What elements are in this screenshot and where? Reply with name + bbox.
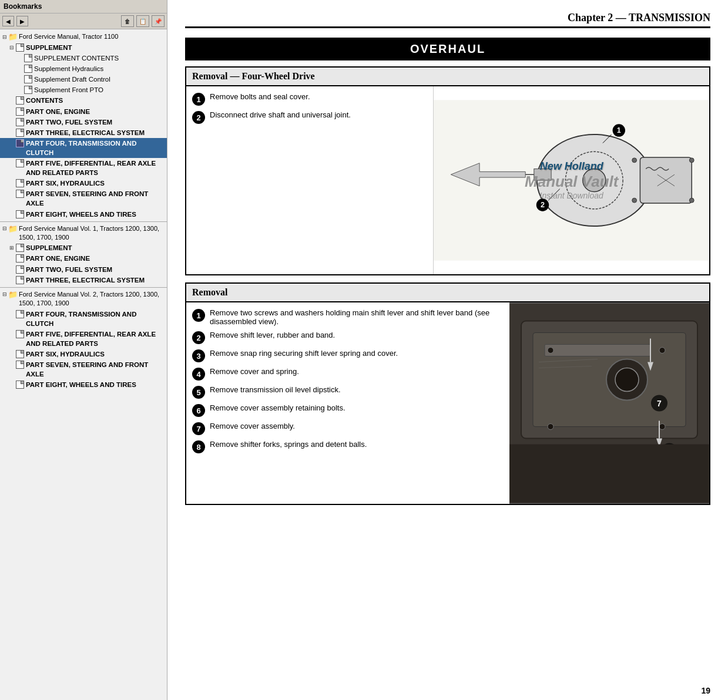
svg-point-25 [615, 368, 639, 392]
expand-icon-empty [8, 381, 15, 389]
sidebar-tree[interactable]: ⊟ 📁 Ford Service Manual, Tractor 1100 ⊟ … [0, 29, 167, 700]
part-five-item[interactable]: PART FIVE, DIFFERENTIAL, REAR AXLE AND R… [0, 158, 167, 178]
part-three-label: PART THREE, ELECTRICAL SYSTEM [26, 128, 145, 137]
expand-icon-empty [8, 361, 15, 369]
expand-icon-empty [8, 350, 15, 358]
part-four-label: PART FOUR, TRANSMISSION AND CLUTCH [26, 139, 166, 157]
part-seven-item[interactable]: PART SEVEN, STEERING AND FRONT AXLE [0, 189, 167, 208]
expand-icon: ⊟ [8, 43, 15, 52]
step2-num-8: 8 [192, 440, 205, 453]
step2-num-3: 3 [192, 349, 205, 362]
part-one-item[interactable]: PART ONE, ENGINE [0, 106, 167, 117]
t2-supplement-item[interactable]: ⊞ SUPPLEMENT [0, 243, 167, 253]
supplement-contents-item[interactable]: SUPPLEMENT CONTENTS [0, 53, 167, 63]
page-icon [24, 75, 33, 84]
page-icon [15, 380, 25, 389]
supplement-pto-item[interactable]: Supplement Front PTO [0, 85, 167, 95]
tree-root-3[interactable]: ⊟ 📁 Ford Service Manual Vol. 2, Tractors… [0, 290, 167, 309]
t3-part-eight-item[interactable]: PART EIGHT, WHEELS AND TIRES [0, 379, 167, 390]
section1-steps: 1 Remove bolts and seal cover. 2 Disconn… [186, 86, 427, 274]
step-num-1: 1 [192, 93, 205, 106]
section2-content: 1 Remove two screws and washers holding … [186, 302, 709, 504]
page-icon [15, 117, 25, 127]
t3-part-six-label: PART SIX, HYDRAULICS [26, 349, 105, 359]
expand-icon-empty [16, 54, 24, 62]
step2-num-6: 6 [192, 404, 205, 417]
t2-part-one-item[interactable]: PART ONE, ENGINE [0, 253, 167, 264]
part-four-item[interactable]: PART FOUR, TRANSMISSION AND CLUTCH [0, 138, 167, 158]
supplement-hydraulics-item[interactable]: Supplement Hydraulics [0, 63, 167, 74]
tree2-root-label: Ford Service Manual Vol. 1, Tractors 120… [19, 224, 166, 243]
page-icon [15, 159, 25, 168]
tree1-root-label: Ford Service Manual, Tractor 1100 [19, 32, 118, 41]
svg-text:1: 1 [617, 126, 621, 134]
page-icon [15, 265, 25, 274]
page-icon [15, 329, 25, 339]
step2-text-1: Remove two screws and washers holding ma… [210, 308, 504, 326]
step2-text-7: Remove cover assembly. [210, 422, 295, 430]
page-icon [15, 360, 25, 369]
part-six-item[interactable]: PART SIX, HYDRAULICS [0, 178, 167, 189]
contents-item[interactable]: CONTENTS [0, 95, 167, 106]
t3-part-five-item[interactable]: PART FIVE, DIFFERENTIAL, REAR AXLE AND R… [0, 329, 167, 349]
forward-button[interactable]: ▶ [16, 16, 28, 26]
step2-text-5: Remove transmission oil level dipstick. [210, 385, 341, 394]
part-three-item[interactable]: PART THREE, ELECTRICAL SYSTEM [0, 127, 167, 138]
expand-icon-empty [8, 129, 15, 137]
t3-part-four-item[interactable]: PART FOUR, TRANSMISSION AND CLUTCH [0, 309, 167, 329]
back-button[interactable]: ◀ [2, 16, 14, 26]
paste-button[interactable]: 📌 [152, 15, 165, 27]
t2-part-three-item[interactable]: PART THREE, ELECTRICAL SYSTEM [0, 275, 167, 285]
section1-header: Removal — Four-Wheel Drive [186, 68, 709, 86]
step-num-2: 2 [192, 111, 205, 124]
transmission-photo: 7 6 [509, 302, 709, 504]
step2-num-5: 5 [192, 386, 205, 399]
page-icon [15, 96, 25, 105]
main-content: Chapter 2 — TRANSMISSION OVERHAUL Remova… [167, 0, 728, 700]
t2-part-two-item[interactable]: PART TWO, FUEL SYSTEM [0, 264, 167, 275]
expand-icon-empty [8, 118, 15, 126]
page-icon [15, 275, 25, 285]
supplement-hydraulics-label: Supplement Hydraulics [34, 64, 103, 73]
tree-divider-2 [0, 287, 167, 288]
step-item: 8 Remove shifter forks, springs and dete… [192, 440, 504, 453]
section1-content: 1 Remove bolts and seal cover. 2 Disconn… [186, 86, 709, 274]
step-item: 1 Remove two screws and washers holding … [192, 308, 504, 326]
tree-divider-1 [0, 221, 167, 222]
tree-root-2[interactable]: ⊟ 📁 Ford Service Manual Vol. 1, Tractors… [0, 224, 167, 243]
svg-rect-38 [509, 445, 709, 503]
svg-point-27 [659, 348, 665, 354]
tree3-root-label: Ford Service Manual Vol. 2, Tractors 120… [19, 290, 166, 308]
step-text-2: Disconnect drive shaft and universal joi… [210, 110, 351, 119]
supplement-draft-item[interactable]: Supplement Draft Control [0, 74, 167, 85]
t3-part-six-item[interactable]: PART SIX, HYDRAULICS [0, 349, 167, 359]
tree-root-1[interactable]: ⊟ 📁 Ford Service Manual, Tractor 1100 [0, 32, 167, 42]
copy-button[interactable]: 📋 [136, 15, 149, 27]
page-icon [15, 243, 25, 253]
part-two-label: PART TWO, FUEL SYSTEM [26, 117, 112, 127]
page-icon [24, 64, 33, 73]
t3-part-seven-item[interactable]: PART SEVEN, STEERING AND FRONT AXLE [0, 359, 167, 379]
expand-icon-empty [8, 330, 15, 338]
step2-num-7: 7 [192, 422, 205, 435]
svg-text:7: 7 [657, 399, 662, 408]
supplement-item[interactable]: ⊟ SUPPLEMENT [0, 42, 167, 53]
page-icon [15, 128, 25, 137]
contents-label: CONTENTS [26, 96, 63, 105]
step-text-1: Remove bolts and seal cover. [210, 92, 310, 101]
step-item: 2 Remove shift lever, rubber and band. [192, 331, 504, 344]
part-two-item[interactable]: PART TWO, FUEL SYSTEM [0, 117, 167, 127]
expand-icon-empty [8, 107, 15, 116]
expand-icon: ⊟ [1, 291, 8, 299]
svg-text:2: 2 [541, 201, 545, 209]
folder-icon: 📁 [8, 224, 18, 234]
supplement-contents-label: SUPPLEMENT CONTENTS [34, 53, 119, 63]
delete-button[interactable]: 🗑 [121, 15, 134, 27]
page-icon [15, 179, 25, 188]
t2-part-three-label: PART THREE, ELECTRICAL SYSTEM [26, 275, 145, 285]
expand-icon-empty [8, 179, 15, 187]
folder-icon: 📁 [8, 290, 18, 299]
part-eight-item[interactable]: PART EIGHT, WHEELS AND TIRES [0, 209, 167, 220]
part-six-label: PART SIX, HYDRAULICS [26, 179, 105, 188]
step2-num-1: 1 [192, 309, 205, 322]
